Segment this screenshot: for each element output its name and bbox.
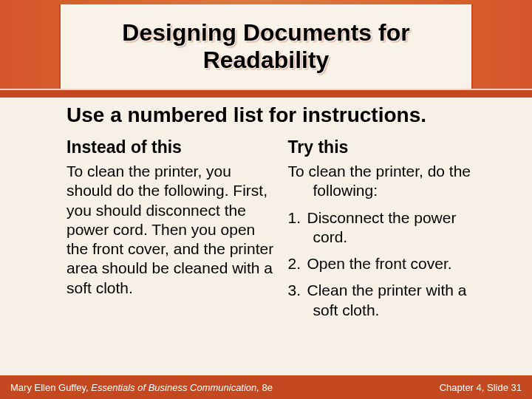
slide-title: Designing Documents for Readability <box>61 13 471 80</box>
slide-heading: Use a numbered list for instructions. <box>66 103 488 127</box>
list-item: 1.Disconnect the power cord. <box>288 208 488 248</box>
right-lead: To clean the printer, do the following: <box>288 162 488 201</box>
footer-edition: 8e <box>262 382 273 393</box>
content-area: Use a numbered list for instructions. In… <box>66 103 488 362</box>
right-column-label: Try this <box>288 137 488 157</box>
step-text: Open the front cover. <box>307 255 452 272</box>
column-left: Instead of this To clean the printer, yo… <box>66 137 275 327</box>
footer-book: Essentials of Business Communication, <box>91 382 262 393</box>
footer-source: Mary Ellen Guffey, Essentials of Busines… <box>10 382 273 393</box>
steps-list: 1.Disconnect the power cord. 2.Open the … <box>288 208 488 320</box>
slide: Designing Documents for Readability Use … <box>0 0 532 399</box>
two-columns: Instead of this To clean the printer, yo… <box>66 137 488 327</box>
right-column-body: To clean the printer, do the following: … <box>288 162 488 320</box>
step-text: Disconnect the power cord. <box>307 209 457 245</box>
left-column-label: Instead of this <box>66 137 275 157</box>
list-item: 3.Clean the printer with a soft cloth. <box>288 281 488 320</box>
column-right: Try this To clean the printer, do the fo… <box>288 137 488 327</box>
footer-author: Mary Ellen Guffey, <box>10 382 91 393</box>
step-text: Clean the printer with a soft cloth. <box>307 282 467 318</box>
list-item: 2.Open the front cover. <box>288 254 488 273</box>
footer-pageref: Chapter 4, Slide 31 <box>440 382 522 393</box>
divider-bar <box>0 89 532 98</box>
footer-bar: Mary Ellen Guffey, Essentials of Busines… <box>0 375 532 399</box>
title-band: Designing Documents for Readability <box>0 0 532 89</box>
left-column-body: To clean the printer, you should do the … <box>66 162 275 298</box>
title-panel: Designing Documents for Readability <box>59 4 473 89</box>
